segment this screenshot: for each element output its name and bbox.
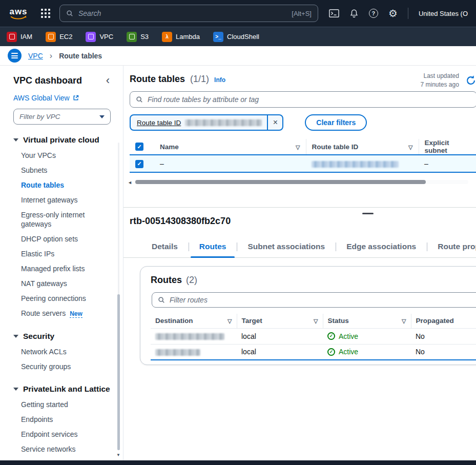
horizontal-scrollbar[interactable] xyxy=(128,178,468,186)
sort-icon[interactable] xyxy=(408,143,412,151)
route-table-row-selected[interactable]: – – xyxy=(130,155,476,172)
sidebar-item-route-servers[interactable]: Route serversNew xyxy=(21,306,111,321)
column-header-name[interactable]: Name xyxy=(154,139,306,155)
column-header-route-table-id[interactable]: Route table ID xyxy=(306,139,419,155)
sidebar-item-egress-only-internet-gateways[interactable]: Egress-only internet gateways xyxy=(21,208,111,232)
sidebar-item-elastic-ips[interactable]: Elastic IPs xyxy=(21,247,111,261)
refresh-icon[interactable] xyxy=(465,75,476,86)
cloudshell-icon[interactable] xyxy=(329,9,339,18)
tab-subnet-associations[interactable]: Subnet associations xyxy=(237,237,336,257)
hamburger-menu-button[interactable] xyxy=(8,49,22,63)
tab-routes[interactable]: Routes xyxy=(189,237,237,257)
help-icon[interactable] xyxy=(369,9,378,18)
tab-edge-associations[interactable]: Edge associations xyxy=(336,237,427,257)
sidebar-item-lattice-services[interactable]: Lattice services xyxy=(21,457,111,460)
favorite-iam[interactable]: IAM xyxy=(7,32,32,42)
scrollbar-thumb[interactable] xyxy=(135,180,426,184)
sidebar-item-managed-prefix-lists[interactable]: Managed prefix lists xyxy=(21,261,111,276)
global-search[interactable]: [Alt+S] xyxy=(59,5,318,22)
sidebar-item-endpoints[interactable]: Endpoints xyxy=(21,412,111,427)
filter-token-label[interactable]: Route table ID xyxy=(131,115,185,130)
scrollbar-track[interactable] xyxy=(134,180,468,184)
column-header-status[interactable]: Status xyxy=(323,314,411,328)
sidebar-collapse-icon[interactable] xyxy=(105,75,111,86)
sidebar-scrollbar[interactable] xyxy=(117,143,120,458)
top-navigation-bar: aws [Alt+S] United States (O xyxy=(0,0,476,27)
tab-details[interactable]: Details xyxy=(141,237,189,257)
select-all-checkbox[interactable] xyxy=(135,143,143,151)
sidebar-title: VPC dashboard xyxy=(13,75,82,86)
info-link[interactable]: Info xyxy=(214,76,225,84)
cell-propagated: No xyxy=(411,328,476,344)
cell-target: local xyxy=(237,328,323,344)
lambda-glyph: λ xyxy=(165,34,169,39)
favorite-s3[interactable]: S3 xyxy=(127,32,149,42)
column-header-explicit-subnet[interactable]: Explicit subnet xyxy=(419,139,476,155)
section-header-privatelink-and-lattice[interactable]: PrivateLink and Lattice xyxy=(13,385,111,394)
region-selector[interactable]: United States (O xyxy=(419,10,468,17)
sidebar-item-your-vpcs[interactable]: Your VPCs xyxy=(21,148,111,163)
filter-routes-search[interactable] xyxy=(152,292,476,308)
favorite-cloudshell[interactable]: >_ CloudShell xyxy=(213,32,259,42)
aws-smile-icon xyxy=(10,16,27,20)
vpc-glyph xyxy=(88,34,94,39)
column-header-destination[interactable]: Destination xyxy=(151,314,237,328)
sidebar-item-route-tables[interactable]: Route tables xyxy=(21,178,111,193)
sidebar-item-subnets[interactable]: Subnets xyxy=(21,163,111,178)
split-panel-resize-handle[interactable] xyxy=(362,213,374,214)
column-header-target[interactable]: Target xyxy=(237,314,323,328)
footer-bar xyxy=(0,460,476,465)
cell-target: local xyxy=(237,344,323,360)
redacted-destination xyxy=(155,333,224,340)
cell-propagated: No xyxy=(411,344,476,360)
sidebar-item-peering-connections[interactable]: Peering connections xyxy=(21,291,111,306)
sidebar-item-dhcp-option-sets[interactable]: DHCP option sets xyxy=(21,232,111,247)
global-search-input[interactable] xyxy=(78,9,286,17)
scrollbar-thumb[interactable] xyxy=(117,294,120,450)
remove-filter-icon[interactable] xyxy=(267,115,282,130)
apps-grid-icon[interactable] xyxy=(41,9,50,18)
favorite-lambda[interactable]: λ Lambda xyxy=(162,32,200,42)
sidebar-item-getting-started[interactable]: Getting started xyxy=(21,397,111,412)
page-title: Route tables xyxy=(130,74,185,85)
filter-by-vpc-select[interactable]: Filter by VPC xyxy=(13,109,111,125)
routes-table: Destination Target Status Propagated loc… xyxy=(151,314,476,360)
sort-icon[interactable] xyxy=(227,317,232,325)
aws-global-view-link[interactable]: AWS Global View xyxy=(13,94,111,102)
section-header-security[interactable]: Security xyxy=(13,332,111,341)
routes-counter: (2) xyxy=(186,275,197,286)
sidebar-section-security: Security Network ACLs Security groups xyxy=(13,332,111,374)
search-icon xyxy=(136,96,143,103)
tab-route-propagation[interactable]: Route prop xyxy=(427,237,476,257)
column-header-propagated[interactable]: Propagated xyxy=(411,314,476,328)
sort-icon[interactable] xyxy=(296,143,300,151)
breadcrumb-current: Route tables xyxy=(59,52,102,60)
sidebar-item-security-groups[interactable]: Security groups xyxy=(21,359,111,374)
clear-filters-button[interactable]: Clear filters xyxy=(305,114,367,131)
sidebar-item-internet-gateways[interactable]: Internet gateways xyxy=(21,193,111,208)
scrollbar-down-arrow-icon[interactable] xyxy=(116,449,120,458)
aws-logo[interactable]: aws xyxy=(8,7,29,20)
sort-icon[interactable] xyxy=(314,317,318,325)
sort-icon[interactable] xyxy=(402,317,406,325)
sidebar-item-network-acls[interactable]: Network ACLs xyxy=(21,345,111,359)
notifications-bell-icon[interactable] xyxy=(349,9,359,18)
detail-tabs: Details Routes Subnet associations Edge … xyxy=(123,237,476,258)
sidebar-item-service-networks[interactable]: Service networks xyxy=(21,442,111,457)
row-checkbox[interactable] xyxy=(135,160,143,168)
section-header-virtual-private-cloud[interactable]: Virtual private cloud xyxy=(13,135,111,145)
last-updated-text: Last updated 7 minutes ago xyxy=(421,72,459,90)
favorite-vpc[interactable]: VPC xyxy=(86,32,113,42)
sidebar-item-endpoint-services[interactable]: Endpoint services xyxy=(21,427,111,442)
route-table-detail-heading: rtb-00514308380fb2c70 xyxy=(130,216,476,227)
sidebar-item-nat-gateways[interactable]: NAT gateways xyxy=(21,276,111,291)
breadcrumb-vpc-link[interactable]: VPC xyxy=(28,52,43,60)
favorite-label: Lambda xyxy=(176,33,200,41)
settings-gear-icon[interactable] xyxy=(388,8,398,18)
favorite-ec2[interactable]: EC2 xyxy=(46,32,72,42)
scroll-left-arrow-icon[interactable] xyxy=(128,178,132,186)
find-route-tables-input[interactable] xyxy=(148,95,471,104)
find-route-tables-search[interactable] xyxy=(130,91,476,108)
filter-routes-input[interactable] xyxy=(170,296,476,304)
favorite-label: EC2 xyxy=(59,33,72,41)
